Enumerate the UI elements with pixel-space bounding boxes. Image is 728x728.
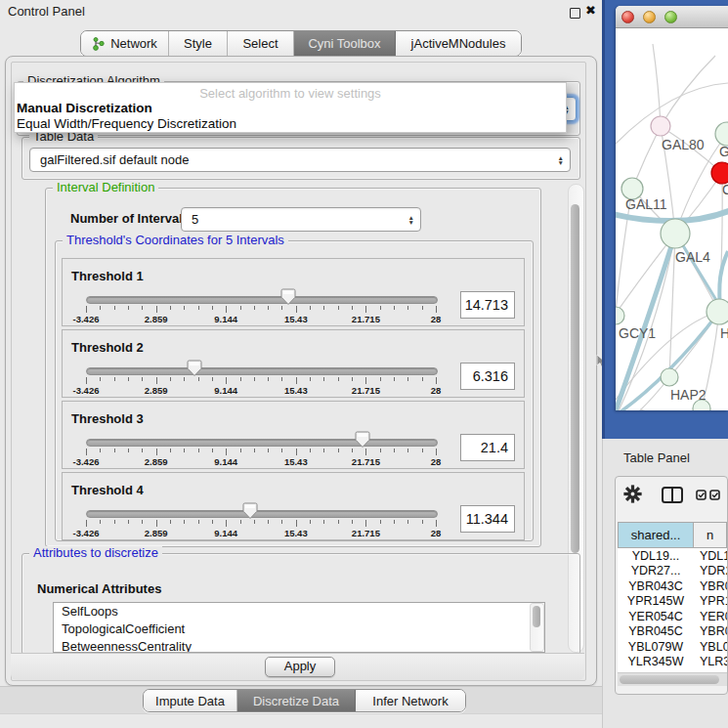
tab-label: Network (110, 36, 157, 51)
minor-tick (268, 306, 269, 310)
minor-tick (114, 306, 115, 310)
table-row[interactable]: YBR045CYBR0 (618, 624, 727, 640)
panel-title: Control Panel (8, 4, 85, 19)
slider-thumb[interactable] (280, 288, 296, 306)
minor-tick (338, 306, 339, 310)
gear-icon[interactable] (623, 485, 642, 503)
threshold-value-field[interactable]: 21.4 (460, 434, 515, 461)
interval-definition-title: Interval Definition (53, 181, 158, 194)
minor-tick (254, 377, 255, 381)
slider-thumb[interactable] (187, 360, 202, 377)
attributes-group-title: Attributes to discretize (29, 546, 162, 560)
slider-track[interactable] (86, 439, 438, 447)
threshold-title: Threshold 1 (71, 269, 144, 283)
table-row[interactable]: YBL079WYBL0 (618, 639, 727, 655)
table-row[interactable]: YER054CYER0 (618, 609, 727, 624)
tab-cyni-toolbox[interactable]: Cyni Toolbox (294, 31, 396, 56)
column-header-shared-name[interactable]: shared... (618, 522, 694, 548)
attributes-list-scrollbar-thumb[interactable] (533, 606, 540, 627)
main-scrollbar-thumb[interactable] (571, 204, 579, 553)
tab-label: Discretize Data (253, 694, 339, 708)
network-node-green[interactable] (661, 368, 678, 386)
threshold-value-field[interactable]: 14.713 (460, 291, 515, 319)
attributes-list-scrollbar[interactable] (530, 603, 544, 652)
cell-shared-name: YDL19... (618, 549, 694, 563)
tab-label: Style (184, 36, 212, 51)
table-data-select[interactable]: galFiltered.sif default node ▲▼ (29, 148, 571, 172)
table-row[interactable]: YBR043CYBR0 (618, 578, 727, 594)
network-node-label: GAL4 (675, 249, 710, 265)
list-item[interactable]: SelfLoops (54, 603, 544, 621)
threshold-rows: Threshold 1-3.4262.8599.14415.4321.71528… (62, 258, 525, 540)
minor-tick (184, 306, 185, 310)
bottom-tabbar: Impute Data Discretize Data Infer Networ… (143, 689, 466, 712)
network-node-red[interactable] (711, 162, 728, 184)
minor-tick (240, 449, 241, 452)
list-item[interactable]: BetweennessCentrality (54, 638, 544, 653)
table-row[interactable]: YPR145WYPR1 (618, 594, 727, 610)
network-node-pink[interactable] (651, 116, 670, 136)
checkbox-icon[interactable] (696, 490, 707, 500)
slider-track[interactable] (86, 367, 438, 375)
table-hscrollbar-thumb[interactable] (620, 675, 719, 684)
checkbox-icon[interactable] (709, 490, 720, 500)
table-rows[interactable]: YDL19...YDL1YDR27...YDR2YBR043CYBR0YPR14… (618, 548, 727, 680)
network-window[interactable]: GAL80GCGAL11GAL4GCY1HHAP2 (616, 6, 728, 410)
tab-jactivemnodules[interactable]: jActiveMNodules (396, 31, 521, 56)
minor-tick (310, 377, 311, 381)
slider-track[interactable] (86, 296, 438, 304)
tick-label: 15.43 (284, 314, 308, 324)
major-tick (226, 520, 227, 527)
major-tick (226, 377, 227, 384)
major-tick (156, 520, 157, 527)
tab-select[interactable]: Select (228, 31, 294, 56)
slider-thumb[interactable] (242, 502, 258, 520)
mac-close-icon[interactable] (621, 11, 634, 23)
mac-zoom-icon[interactable] (664, 11, 677, 23)
network-node-green[interactable] (616, 307, 624, 324)
cell-name: YBR0 (694, 579, 727, 593)
major-tick (365, 306, 366, 313)
slider-thumb[interactable] (355, 431, 370, 449)
tab-discretize-data[interactable]: Discretize Data (237, 690, 356, 711)
major-tick (86, 306, 87, 313)
network-node-green[interactable] (715, 122, 728, 146)
num-intervals-select[interactable]: 5 ▲▼ (181, 207, 421, 232)
network-canvas[interactable]: GAL80GCGAL11GAL4GCY1HHAP2 (616, 28, 728, 410)
threshold-value-field[interactable]: 6.316 (460, 363, 515, 390)
tab-impute-data[interactable]: Impute Data (144, 690, 237, 711)
control-panel-titlebar: Control Panel ✖ (0, 0, 602, 23)
minor-tick (338, 449, 339, 452)
slider-track[interactable] (86, 510, 438, 518)
minor-tick (100, 449, 101, 452)
major-tick (226, 306, 227, 313)
table-row[interactable]: YDR27...YDR2 (618, 564, 727, 579)
cell-name: YBL0 (694, 640, 727, 654)
close-icon[interactable]: ✖ (585, 3, 596, 18)
minor-tick (100, 306, 101, 310)
network-node-green[interactable] (707, 299, 728, 324)
table-row[interactable]: YDL19...YDL1 (618, 548, 727, 564)
table-panel-title: Table Panel (623, 450, 690, 465)
table-row[interactable]: YLR345WYLR3 (618, 655, 727, 670)
cell-shared-name: YER054C (618, 610, 694, 623)
split-columns-icon[interactable] (662, 487, 683, 503)
tab-infer-network[interactable]: Infer Network (356, 690, 465, 711)
column-header-name[interactable]: n (694, 522, 727, 548)
dropdown-option-equal-width[interactable]: Equal Width/Frequency Discretization (15, 116, 566, 132)
numerical-attributes-list[interactable]: SelfLoopsTopologicalCoefficientBetweenne… (53, 602, 545, 653)
dropdown-option-manual[interactable]: Manual Discretization (15, 101, 566, 116)
apply-button[interactable]: Apply (265, 657, 335, 677)
table-hscrollbar[interactable] (618, 672, 727, 686)
float-window-icon[interactable] (570, 8, 580, 19)
minor-tick (254, 520, 255, 524)
mac-minimize-icon[interactable] (643, 11, 656, 23)
major-tick (296, 449, 297, 455)
network-node-green[interactable] (661, 219, 690, 248)
combo-spinner-icon: ▲▼ (558, 154, 564, 165)
major-tick (156, 306, 157, 313)
tab-style[interactable]: Style (169, 31, 228, 56)
threshold-value-field[interactable]: 11.344 (460, 505, 515, 533)
tab-network[interactable]: Network (81, 31, 169, 56)
list-item[interactable]: TopologicalCoefficient (54, 621, 544, 638)
